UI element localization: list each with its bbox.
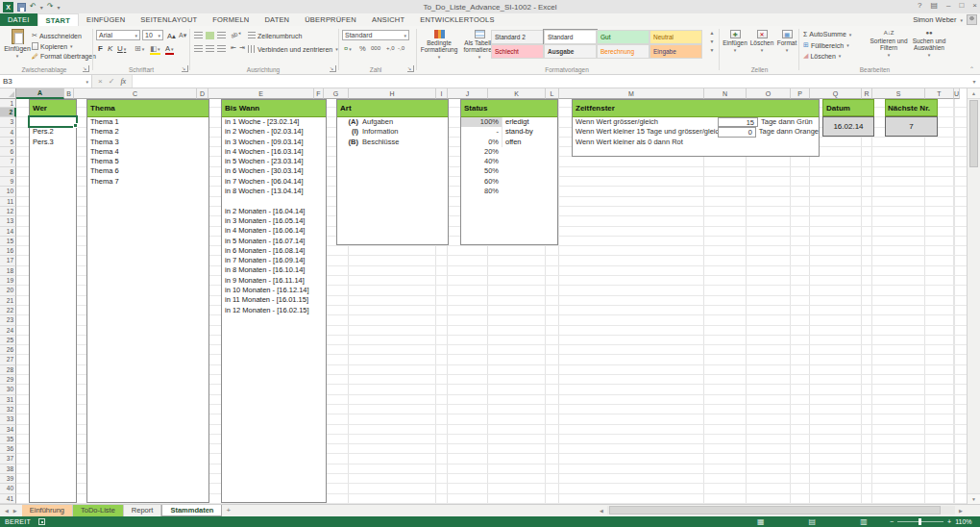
row-header[interactable]: 15 — [0, 237, 16, 246]
row-header[interactable]: 26 — [0, 345, 16, 355]
status-label-cell[interactable]: stand-by — [502, 127, 559, 137]
row-header[interactable]: 29 — [0, 375, 16, 385]
thema-cell[interactable]: Thema 4 — [87, 147, 208, 157]
help-button[interactable]: ? — [918, 1, 921, 10]
decrease-indent-icon[interactable]: ⇤ — [231, 44, 236, 52]
undo-dropdown-icon[interactable]: ▾ — [40, 4, 43, 11]
sheet-nav-right-icon[interactable]: ▶ — [13, 508, 17, 514]
art-code-cell[interactable]: (A) — [337, 117, 362, 127]
gallery-down-icon[interactable]: ▼ — [710, 38, 715, 44]
selected-cell-b3[interactable] — [28, 115, 78, 128]
gallery-up-icon[interactable]: ▲ — [710, 30, 715, 36]
sort-filter-button[interactable]: A↓Z Sortieren und Filtern▾ — [870, 30, 908, 59]
row-header[interactable]: 1 — [0, 99, 16, 108]
sheet-tab[interactable]: Report — [124, 505, 162, 516]
row-header[interactable]: 2 — [0, 108, 16, 117]
format-cells-button[interactable]: ▦ Format▾ — [774, 30, 799, 53]
thema-cell[interactable]: Thema 7 — [87, 177, 208, 187]
clear-button[interactable]: ◢ Löschen — [803, 52, 841, 60]
align-left-icon[interactable] — [194, 45, 203, 53]
row-header[interactable]: 8 — [0, 167, 16, 177]
ribbon-tab[interactable]: EINFÜGEN — [79, 13, 133, 26]
page-layout-view-icon[interactable]: ▤ — [809, 517, 817, 526]
user-account[interactable]: Simon Weber ▾ — [913, 13, 977, 26]
status-percent-cell[interactable]: 20% — [461, 147, 502, 157]
zeitfenster-rule-row[interactable]: Wenn Wert kleiner als 0 dann Rot — [573, 138, 819, 147]
wrap-text-button[interactable]: Zeilenumbruch — [248, 32, 302, 39]
name-box[interactable]: B3▾ — [0, 75, 92, 88]
zoom-level[interactable]: 110% — [955, 518, 971, 525]
delete-cells-button[interactable]: ✕ Löschen▾ — [749, 30, 774, 53]
bold-button[interactable]: F — [98, 44, 103, 53]
column-header[interactable]: P — [791, 88, 810, 99]
row-header[interactable]: 12 — [0, 207, 16, 216]
align-middle-icon[interactable] — [206, 32, 214, 39]
macro-record-icon[interactable] — [38, 518, 45, 525]
bis-wann-month-cell[interactable]: in 4 Monaten - [16.06.14] — [222, 226, 326, 236]
naechste-nr-value-cell[interactable]: 7 — [885, 116, 938, 137]
status-percent-cell[interactable]: 0% — [461, 138, 502, 147]
cell-style-option[interactable]: Neutral — [649, 30, 702, 44]
row-header[interactable]: 37 — [0, 454, 16, 464]
status-percent-cell[interactable]: 50% — [461, 166, 502, 176]
bis-wann-month-cell[interactable]: in 9 Monaten - [16.11.14] — [222, 276, 326, 286]
sheet-tab[interactable]: Einführung — [22, 505, 73, 516]
number-format-combo[interactable]: Standard▾ — [342, 30, 409, 40]
align-right-icon[interactable] — [217, 45, 226, 53]
font-dialog-launcher[interactable]: ↘ — [182, 65, 188, 72]
column-header[interactable]: C — [74, 88, 197, 99]
row-header[interactable]: 31 — [0, 395, 16, 405]
row-header[interactable]: 28 — [0, 365, 16, 375]
row-header[interactable]: 41 — [0, 494, 16, 504]
formula-input[interactable] — [133, 75, 968, 88]
insert-cells-button[interactable]: ✚ Einfügen▾ — [723, 30, 747, 53]
status-percent-cell[interactable]: 80% — [461, 187, 502, 196]
bis-wann-month-cell[interactable]: in 12 Monaten - [16.02.15] — [222, 306, 326, 315]
row-header[interactable]: 6 — [0, 147, 16, 157]
bis-wann-month-cell[interactable]: in 3 Monaten - [16.05.14] — [222, 216, 326, 226]
bis-wann-week-cell[interactable]: in 3 Wochen - [09.03.14] — [222, 138, 326, 147]
art-row[interactable]: (B) Beschlüsse — [337, 138, 448, 147]
row-header[interactable]: 3 — [0, 117, 16, 127]
column-header[interactable]: B — [64, 88, 74, 99]
wer-cell[interactable]: Pers.2 — [30, 127, 76, 137]
currency-icon[interactable]: ¤ — [344, 44, 352, 53]
datum-header-cell[interactable]: Datum — [822, 99, 874, 116]
status-percent-cell[interactable]: 40% — [461, 157, 502, 166]
ribbon-tab[interactable]: ANSICHT — [364, 13, 412, 26]
thema-cell[interactable]: Thema 5 — [87, 157, 208, 166]
row-header[interactable]: 4 — [0, 128, 16, 138]
row-header[interactable]: 19 — [0, 276, 16, 286]
cell-style-option[interactable]: Ausgabe — [544, 44, 597, 59]
redo-icon[interactable]: ↷ — [47, 2, 54, 12]
zeitfenster-header-cell[interactable]: Zeitfenster — [573, 100, 819, 117]
align-center-icon[interactable] — [206, 45, 214, 53]
zoom-slider-thumb[interactable] — [919, 518, 921, 525]
column-header[interactable]: I — [436, 88, 448, 99]
ribbon-tab[interactable]: ENTWICKLERTOOLS — [412, 13, 502, 26]
borders-icon[interactable]: ⊞ — [135, 44, 144, 53]
insert-function-icon[interactable]: fx — [120, 77, 126, 86]
clipboard-dialog-launcher[interactable]: ↘ — [83, 65, 89, 72]
row-header[interactable]: 7 — [0, 157, 16, 166]
bis-wann-header-cell[interactable]: Bis Wann — [222, 100, 326, 117]
row-header[interactable]: 17 — [0, 256, 16, 265]
art-label-cell[interactable]: Beschlüsse — [362, 138, 399, 147]
scroll-up-icon[interactable]: ▲ — [968, 88, 980, 99]
scroll-down-icon[interactable]: ▼ — [968, 493, 980, 504]
ribbon-tab[interactable]: SEITENLAYOUT — [133, 13, 205, 26]
normal-view-icon[interactable]: ▦ — [757, 517, 765, 526]
row-header[interactable]: 11 — [0, 197, 16, 207]
ribbon-tab[interactable]: ÜBERPRÜFEN — [297, 13, 364, 26]
row-header[interactable]: 33 — [0, 414, 16, 424]
copy-button[interactable]: Kopieren — [32, 42, 73, 50]
conditional-formatting-button[interactable]: Bedingte Formatierung▾ — [420, 30, 458, 61]
ribbon-tab[interactable]: DATEI — [0, 13, 37, 26]
bis-wann-week-cell[interactable]: in 4 Wochen - [16.03.14] — [222, 147, 326, 157]
zeitfenster-rule-value[interactable]: 0 — [718, 127, 756, 137]
minimize-button[interactable]: – — [946, 1, 950, 10]
wer-cell[interactable]: Pers.3 — [30, 138, 76, 147]
font-name-combo[interactable]: Arial▾ — [96, 30, 140, 40]
art-label-cell[interactable]: Information — [362, 127, 399, 137]
thema-cell[interactable]: Thema 6 — [87, 166, 208, 176]
